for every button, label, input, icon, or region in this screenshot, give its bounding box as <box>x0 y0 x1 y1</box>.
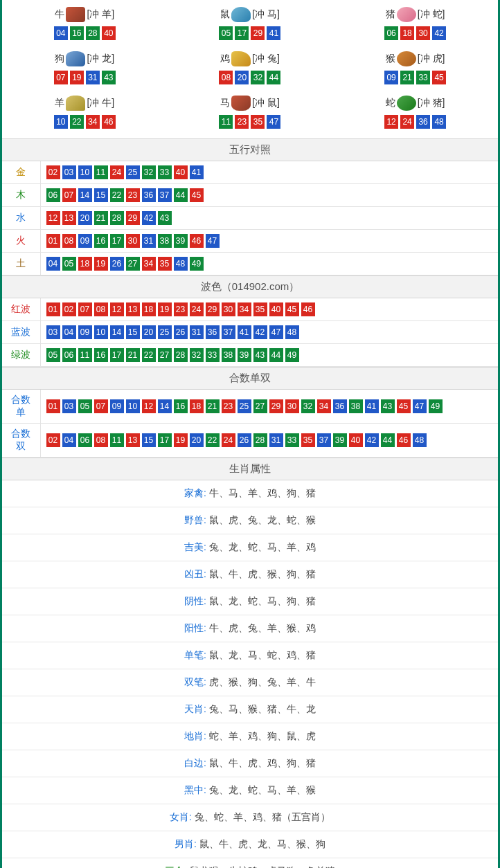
zodiac-num-row: 07193143 <box>2 71 168 84</box>
number-chip: 14 <box>158 399 172 413</box>
row-nums: 0103050709101214161821232527293032343638… <box>40 390 498 424</box>
zodiac-icon <box>397 96 416 111</box>
attr-key: 黑中: <box>184 784 209 795</box>
number-chip: 24 <box>190 302 204 316</box>
number-chip: 14 <box>78 188 92 202</box>
number-chip: 22 <box>70 115 84 129</box>
zodiac-name: 猪 <box>386 8 395 19</box>
number-chip: 46 <box>102 115 116 129</box>
number-chip: 19 <box>94 257 108 271</box>
zodiac-clash: [冲 马] <box>252 8 280 19</box>
number-chip: 27 <box>158 348 172 362</box>
attr-row: 黑中: 兔、龙、蛇、马、羊、猴 <box>2 777 498 804</box>
number-chip: 24 <box>110 165 124 179</box>
number-chip: 19 <box>174 433 188 447</box>
attr-row: 地肖: 蛇、羊、鸡、狗、鼠、虎 <box>2 723 498 750</box>
attr-value: 蛇、羊、鸡、狗、鼠、虎 <box>209 730 316 741</box>
row-nums: 0102070812131819232429303435404546 <box>40 298 498 321</box>
number-chip: 01 <box>46 399 60 413</box>
number-chip: 19 <box>158 302 172 316</box>
number-chip: 44 <box>381 433 395 447</box>
table-row: 金02031011242532334041 <box>2 161 498 184</box>
number-chip: 45 <box>285 302 299 316</box>
number-chip: 13 <box>62 211 76 225</box>
table-row: 合数双0204060811131517192022242628313335373… <box>2 424 498 458</box>
number-chip: 23 <box>126 188 140 202</box>
number-chip: 30 <box>285 399 299 413</box>
number-chip: 40 <box>102 26 116 40</box>
number-chip: 16 <box>174 399 188 413</box>
number-chip: 32 <box>142 165 156 179</box>
number-chip: 08 <box>94 302 108 316</box>
number-chip: 05 <box>219 26 233 40</box>
number-chip: 22 <box>142 348 156 362</box>
number-chip: 08 <box>62 234 76 248</box>
zodiac-num-row: 10223446 <box>2 115 168 129</box>
number-chip: 41 <box>190 165 204 179</box>
number-chip: 38 <box>349 399 363 413</box>
attr-value: 鼠、牛、虎、鸡、狗、猪 <box>209 757 316 768</box>
number-chip: 23 <box>174 302 188 316</box>
zodiac-icon <box>66 51 85 66</box>
number-chip: 46 <box>301 302 315 316</box>
number-chip: 42 <box>432 26 446 40</box>
number-chip: 18 <box>190 399 204 413</box>
attr-value: 鼠、虎、兔、龙、蛇、猴 <box>209 514 316 525</box>
number-chip: 22 <box>110 188 124 202</box>
number-chip: 03 <box>62 165 76 179</box>
zodiac-icon <box>66 7 85 22</box>
row-label: 金 <box>2 161 40 184</box>
section-shuxing-header: 生肖属性 <box>2 458 498 480</box>
zodiac-title: 牛[冲 羊] <box>2 7 168 22</box>
zodiac-clash: [冲 羊] <box>87 8 114 19</box>
zodiac-cell: 狗[冲 龙]07193143 <box>2 47 168 91</box>
number-chip: 32 <box>190 348 204 362</box>
attr-row: 家禽: 牛、马、羊、鸡、狗、猪 <box>2 480 498 507</box>
number-chip: 24 <box>400 115 414 129</box>
table-row: 绿波05061116172122272832333839434449 <box>2 344 498 367</box>
zodiac-num-row: 06183042 <box>332 26 498 40</box>
number-chip: 17 <box>158 433 172 447</box>
number-chip: 20 <box>235 71 249 84</box>
attr-key: 地肖: <box>184 730 209 741</box>
row-label: 合数双 <box>2 424 40 458</box>
attr-value: 兔、龙、蛇、马、羊、鸡 <box>209 541 316 552</box>
zodiac-name: 羊 <box>55 97 64 108</box>
number-chip: 31 <box>269 433 283 447</box>
number-chip: 16 <box>70 26 84 40</box>
zodiac-icon <box>231 96 251 111</box>
attr-value: 虎、猴、狗、兔、羊、牛 <box>209 676 316 687</box>
number-chip: 42 <box>365 433 379 447</box>
number-chip: 44 <box>267 71 280 84</box>
number-chip: 07 <box>78 302 92 316</box>
number-chip: 48 <box>413 433 427 447</box>
zodiac-clash: [冲 猪] <box>418 97 445 108</box>
number-chip: 11 <box>219 115 233 129</box>
attr-key: 女肖: <box>170 811 195 822</box>
zodiac-title: 鼠[冲 马] <box>168 7 333 22</box>
zodiac-icon <box>66 96 85 111</box>
table-row: 红波0102070812131819232429303435404546 <box>2 298 498 321</box>
number-chip: 03 <box>46 325 60 339</box>
number-chip: 17 <box>110 234 124 248</box>
attr-key: 家禽: <box>184 487 209 498</box>
zodiac-clash: [冲 鼠] <box>252 97 280 108</box>
number-chip: 43 <box>253 348 267 362</box>
row-nums: 04051819262734354849 <box>40 253 498 275</box>
number-chip: 35 <box>158 257 172 271</box>
attr-key: 吉美: <box>184 541 209 552</box>
number-chip: 38 <box>158 234 172 248</box>
number-chip: 33 <box>206 348 220 362</box>
number-chip: 03 <box>62 399 76 413</box>
number-chip: 15 <box>126 325 140 339</box>
number-chip: 41 <box>267 26 280 40</box>
number-chip: 34 <box>86 115 100 129</box>
number-chip: 15 <box>142 433 156 447</box>
number-chip: 21 <box>400 71 414 84</box>
table-row: 木06071415222336374445 <box>2 184 498 207</box>
number-chip: 49 <box>429 399 443 413</box>
number-chip: 34 <box>317 399 331 413</box>
number-chip: 28 <box>110 211 124 225</box>
number-chip: 44 <box>174 188 188 202</box>
number-chip: 20 <box>190 433 204 447</box>
